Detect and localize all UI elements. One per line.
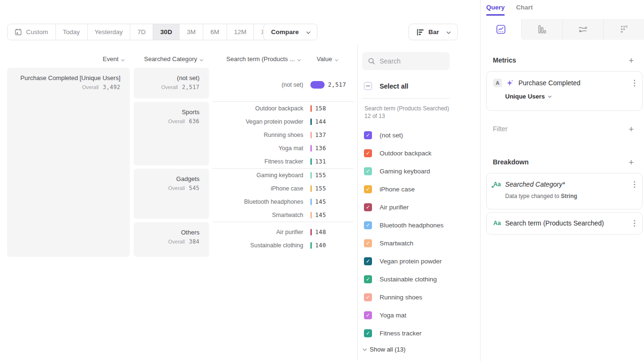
table-row[interactable]: Air purifier148 [213, 226, 354, 239]
checkbox-checked-icon[interactable]: ✓ [364, 311, 372, 319]
date-button-today[interactable]: Today [55, 24, 87, 40]
checkbox-checked-icon[interactable]: ✓ [364, 185, 372, 193]
column-header-term[interactable]: Search term (Products ... [213, 55, 300, 63]
query-panel-tabs: Query Chart [486, 4, 533, 15]
aggregation-selector[interactable]: Unique Users [505, 93, 635, 100]
value-bar [310, 145, 312, 152]
checkbox-checked-icon[interactable]: ✓ [364, 293, 372, 301]
date-button-30d[interactable]: 30D [153, 24, 179, 40]
table-row[interactable]: Bluetooth headphones145 [213, 195, 354, 208]
chevron-down-icon [306, 30, 310, 34]
kebab-menu-icon[interactable] [634, 220, 635, 227]
table-row[interactable]: iPhone case155 [213, 182, 354, 195]
date-button-yesterday[interactable]: Yesterday [87, 24, 130, 40]
checkbox-checked-icon[interactable]: ✓ [364, 221, 372, 229]
legend-item-running-shoes[interactable]: ✓Running shoes [364, 288, 480, 306]
checkbox-checked-icon[interactable]: ✓ [364, 167, 372, 175]
column-header-category[interactable]: Searched Category [134, 55, 202, 63]
tab-insights[interactable] [481, 19, 521, 40]
value-text: 140 [315, 242, 326, 249]
legend-item-yoga-mat[interactable]: ✓Yoga mat [364, 306, 480, 324]
table-row[interactable]: (not set)2,517 [213, 68, 354, 101]
legend-item-outdoor-backpack[interactable]: ✓Outdoor backpack [364, 144, 480, 162]
legend-search-input[interactable] [380, 57, 441, 65]
value-bar [310, 81, 325, 89]
value-cell: 145 [310, 199, 354, 205]
chevron-down-icon [446, 30, 450, 34]
legend-item-iphone-case[interactable]: ✓iPhone case [364, 180, 480, 198]
legend-item-label: Gaming keyboard [380, 168, 430, 175]
table-row[interactable]: Running shoes137 [213, 128, 354, 142]
date-button-label: 6M [210, 28, 219, 36]
table-row[interactable]: Yoga mat136 [213, 142, 354, 155]
column-header-value-label: Value [317, 55, 332, 63]
checkbox-checked-icon[interactable]: ✓ [364, 203, 372, 211]
legend-item-vegan-protein-powder[interactable]: ✓Vegan protein powder [364, 252, 480, 270]
indeterminate-dash-icon [366, 86, 370, 87]
select-all-checkbox[interactable] [364, 82, 372, 90]
chart-type-selector[interactable]: Bar [408, 24, 458, 40]
category-card[interactable]: SportsOverall636 [134, 102, 209, 165]
add-breakdown-button[interactable]: + [627, 158, 635, 167]
show-all-button[interactable]: Show all (13) [363, 346, 480, 353]
column-header-term-label: Search term (Products ... [227, 55, 295, 63]
kebab-menu-icon[interactable] [634, 80, 635, 87]
legend-item-smartwatch[interactable]: ✓Smartwatch [364, 234, 480, 252]
add-filter-button[interactable]: + [627, 125, 635, 134]
legend-item-sustainable-clothing[interactable]: ✓Sustainable clothing [364, 270, 480, 288]
table-row[interactable]: Outdoor backpack158 [213, 102, 354, 115]
checkbox-checked-icon[interactable]: ✓ [364, 131, 372, 139]
date-button-12m[interactable]: 12M [227, 24, 254, 40]
breakdown-card-searched-category[interactable]: Aa* Searched Category* Data type changed… [486, 173, 643, 209]
legend-item-fitness-tracker[interactable]: ✓Fitness tracker [364, 324, 480, 342]
date-button-7d[interactable]: 7D [130, 24, 153, 40]
table-row[interactable]: Sustainable clothing140 [213, 239, 354, 252]
table-row[interactable]: Gaming keyboard155 [213, 169, 354, 182]
checkbox-checked-icon[interactable]: ✓ [364, 257, 372, 265]
legend-item-label: Outdoor backpack [380, 150, 432, 157]
legend-item-air-purifier[interactable]: ✓Air purifier [364, 198, 480, 216]
string-property-icon: Aa [493, 220, 503, 226]
chevron-down-icon [335, 58, 338, 61]
legend-item-gaming-keyboard[interactable]: ✓Gaming keyboard [364, 162, 480, 180]
select-all-row[interactable]: Select all [364, 82, 480, 90]
date-button-custom[interactable]: Custom [8, 24, 55, 40]
date-button-3m[interactable]: 3M [179, 24, 203, 40]
legend-item-bluetooth-headphones[interactable]: ✓Bluetooth headphones [364, 216, 480, 234]
tab-funnels[interactable] [521, 19, 562, 40]
tab-retention[interactable] [603, 19, 644, 40]
term-label: Fitness tracker [213, 158, 310, 165]
tab-chart[interactable]: Chart [516, 4, 533, 15]
column-header-event-label: Event [103, 55, 118, 63]
add-metric-button[interactable]: + [627, 56, 635, 65]
overall-label: Overall [168, 185, 185, 191]
legend-search-box[interactable] [362, 52, 450, 70]
value-text: 155 [315, 172, 326, 179]
checkbox-checked-icon[interactable]: ✓ [364, 239, 372, 247]
column-header-value[interactable]: Value [310, 55, 344, 63]
column-header-event[interactable]: Event [7, 55, 124, 63]
category-card[interactable]: GadgetsOverall545 [134, 169, 209, 219]
date-button-6m[interactable]: 6M [203, 24, 227, 40]
event-card[interactable]: Purchase Completed [Unique Users] Overal… [7, 68, 130, 257]
checkbox-checked-icon[interactable]: ✓ [364, 149, 372, 157]
value-text: 137 [315, 132, 326, 138]
table-row[interactable]: Vegan protein powder144 [213, 115, 354, 128]
category-card[interactable]: OthersOverall384 [134, 222, 209, 257]
term-label: Outdoor backpack [213, 105, 310, 112]
tab-flows[interactable] [562, 19, 604, 40]
category-card[interactable]: (not set)Overall2,517 [134, 68, 209, 99]
date-button-label: 3M [187, 28, 196, 36]
kebab-menu-icon[interactable] [634, 181, 635, 188]
compare-button[interactable]: Compare [263, 24, 317, 40]
breakdown-card-search-term[interactable]: Aa Search term (Products Searched) [486, 212, 643, 235]
value-cell: 131 [310, 158, 354, 165]
category-card-overall: Overall384 [134, 238, 200, 245]
checkbox-checked-icon[interactable]: ✓ [364, 329, 372, 337]
table-row[interactable]: Fitness tracker131 [213, 155, 354, 168]
checkbox-checked-icon[interactable]: ✓ [364, 275, 372, 283]
tab-query[interactable]: Query [486, 4, 505, 15]
metric-card[interactable]: A Purchase Completed Unique Users [486, 71, 643, 111]
table-row[interactable]: Smartwatch145 [213, 208, 354, 222]
legend-item--not-set-[interactable]: ✓(not set) [364, 126, 480, 144]
